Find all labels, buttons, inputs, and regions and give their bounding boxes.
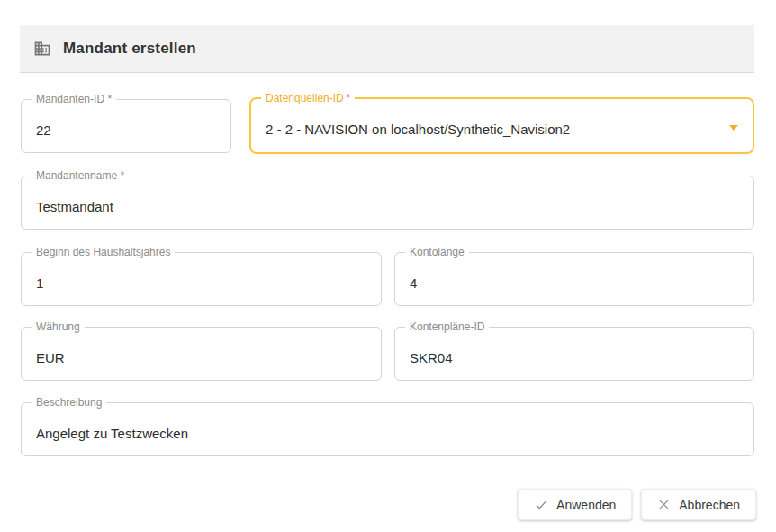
kontolaenge-field: Kontolänge [394,252,754,306]
kontolaenge-label: Kontolänge [405,247,469,258]
mandanten-id-label: Mandanten-ID * [32,94,116,105]
mandanten-id-input[interactable] [36,122,203,138]
kontenplaene-id-field: Kontenpläne-ID [394,327,754,381]
beginn-des-haushaltsjahres-field: Beginn des Haushaltsjahres [21,252,382,306]
apply-button-label: Anwenden [556,498,616,512]
required-asterisk: * [347,92,351,104]
kontolaenge-input[interactable] [410,275,726,291]
beschreibung-field: Beschreibung [21,402,754,456]
beschreibung-label: Beschreibung [32,397,106,409]
building-icon [33,40,51,58]
beschreibung-input[interactable] [36,426,726,441]
cancel-button[interactable]: Abbrechen [641,489,756,520]
kontenplaene-id-input[interactable] [410,350,726,365]
mandantenname-input[interactable] [36,199,726,214]
dialog-title: Mandant erstellen [63,40,196,58]
apply-button[interactable]: Anwenden [518,489,632,520]
mandantenname-field: Mandantenname * [21,176,754,230]
check-icon [534,498,548,512]
chevron-down-icon[interactable] [729,125,738,131]
beginn-des-haushaltsjahres-label: Beginn des Haushaltsjahres [32,247,175,258]
close-icon [657,498,671,511]
waehrung-input[interactable] [36,350,354,365]
waehrung-label: Währung [32,321,85,333]
mandanten-id-field: Mandanten-ID * [21,99,231,153]
waehrung-field: Währung [21,327,382,381]
datenquellen-id-select[interactable]: Datenquellen-ID* 2 - 2 - NAVISION on loc… [249,97,754,154]
kontenplaene-id-label: Kontenpläne-ID [405,321,489,333]
datenquellen-id-label: Datenquellen-ID* [261,93,355,104]
cancel-button-label: Abbrechen [679,498,740,512]
mandantenname-label: Mandantenname * [32,170,129,182]
beginn-des-haushaltsjahres-input[interactable] [36,275,354,291]
dialog-header: Mandant erstellen [20,25,754,73]
datenquellen-id-value: 2 - 2 - NAVISION on localhost/Synthetic_… [266,122,726,137]
dialog-actions: Anwenden Abbrechen [518,489,756,520]
